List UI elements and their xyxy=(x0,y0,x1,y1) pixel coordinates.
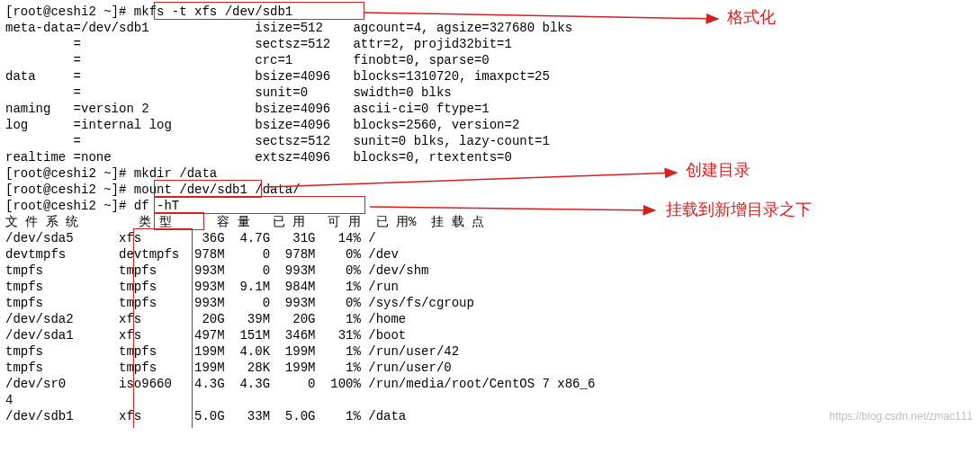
cmd-df: df -hT xyxy=(134,199,179,213)
mkfs-out-4: = sunit=0 swidth=0 blks xyxy=(5,85,975,101)
mkfs-out-5: naming =version 2 bsize=4096 ascii-ci=0 … xyxy=(5,101,975,117)
df-row-10: 4 xyxy=(5,392,975,408)
mkfs-out-1: = sectsz=512 attr=2, projid32bit=1 xyxy=(5,36,975,52)
df-row-3: tmpfs tmpfs 993M 9.1M 984M 1% /run xyxy=(5,279,975,295)
df-row-7: tmpfs tmpfs 199M 4.0K 199M 1% /run/user/… xyxy=(5,343,975,360)
ann-format: 格式化 xyxy=(727,9,776,25)
mkfs-out-8: realtime =none extsz=4096 blocks=0, rtex… xyxy=(5,149,975,165)
ann-mkdir: 创建目录 xyxy=(686,162,751,178)
df-row-5: /dev/sda2 xfs 20G 39M 20G 1% /home xyxy=(5,311,975,327)
mkfs-out-7: = sectsz=512 sunit=0 blks, lazy-count=1 xyxy=(5,133,975,149)
mkfs-out-3: data = bsize=4096 blocks=1310720, imaxpc… xyxy=(5,68,975,85)
df-row-2: tmpfs tmpfs 993M 0 993M 0% /dev/shm xyxy=(5,263,975,279)
df-row-1: devtmpfs devtmpfs 978M 0 978M 0% /dev xyxy=(5,246,975,263)
cmd-mkdir: mkdir /data xyxy=(134,166,217,181)
ann-mount: 挂载到新增目录之下 xyxy=(666,201,812,218)
df-row-6: /dev/sda1 xfs 497M 151M 346M 31% /boot xyxy=(5,327,975,343)
df-row-8: tmpfs tmpfs 199M 28K 199M 1% /run/user/0 xyxy=(5,360,975,376)
cmd-mkfs: mkfs -t xfs /dev/sdb1 xyxy=(134,4,292,19)
df-row-4: tmpfs tmpfs 993M 0 993M 0% /sys/fs/cgrou… xyxy=(5,295,975,311)
line-mount: [root@ceshi2 ~]# mount /dev/sdb1 /data/ xyxy=(5,182,975,198)
mkfs-out-0: meta-data=/dev/sdb1 isize=512 agcount=4,… xyxy=(5,20,975,36)
line-df: [root@ceshi2 ~]# df -hT xyxy=(5,198,975,214)
mkfs-out-6: log =internal log bsize=4096 blocks=2560… xyxy=(5,117,975,133)
watermark: https://blog.csdn.net/zmac111 xyxy=(830,408,973,424)
line-mkdir: [root@ceshi2 ~]# mkdir /data xyxy=(5,165,975,182)
mkfs-out-2: = crc=1 finobt=0, sparse=0 xyxy=(5,52,975,68)
line-mkfs: [root@ceshi2 ~]# mkfs -t xfs /dev/sdb1 xyxy=(5,4,975,20)
df-header: 文 件 系 统 类 型 容 量 已 用 可 用 已 用% 挂 载 点 xyxy=(5,214,975,230)
df-row-0: /dev/sda5 xfs 36G 4.7G 31G 14% / xyxy=(5,230,975,246)
df-row-9: /dev/sr0 iso9660 4.3G 4.3G 0 100% /run/m… xyxy=(5,376,975,392)
terminal-output: [root@ceshi2 ~]# mkfs -t xfs /dev/sdb1 m… xyxy=(5,4,975,424)
cmd-mount: mount /dev/sdb1 /data/ xyxy=(134,183,301,197)
